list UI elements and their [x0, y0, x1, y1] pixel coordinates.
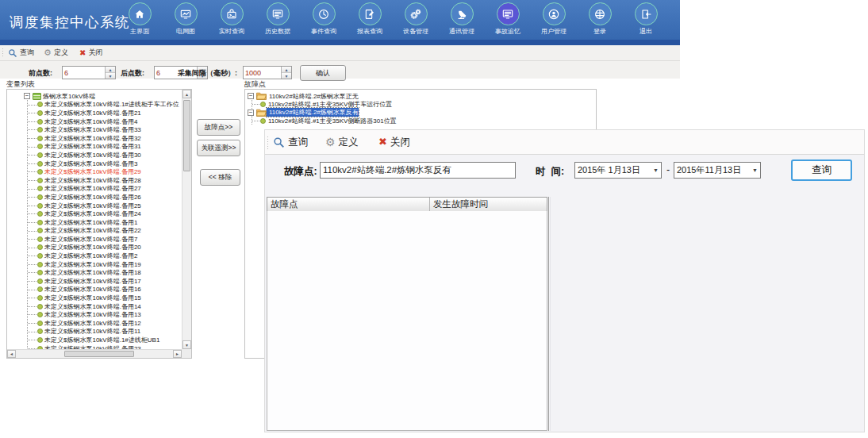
variable-tree-item[interactable]: 未定义$炼钢水泵10kV终端.备用29 — [7, 167, 182, 176]
spin-up-icon[interactable]: ▲ — [106, 67, 115, 72]
collapse-icon[interactable] — [248, 110, 254, 116]
add-fault-point-button[interactable]: 故障点>> — [197, 119, 240, 136]
front-points-input[interactable] — [63, 67, 105, 79]
dialog-query-button[interactable]: 查询 — [273, 134, 308, 150]
spin-down-icon[interactable]: ▼ — [106, 72, 115, 79]
device-management-icon — [409, 8, 422, 21]
fault-group-row[interactable]: 110kv2#站终端.2#炼钢水泵正无 — [245, 92, 594, 100]
nav-item-grid-diagram[interactable]: 电网图 — [163, 2, 209, 35]
nav-item-login[interactable]: 登录 — [577, 2, 623, 35]
variable-tree-item[interactable]: 未定义$炼钢水泵10kV终端.备用14 — [7, 302, 182, 311]
column-header-fault-point[interactable]: 故障点 — [267, 198, 429, 211]
gear-icon: ⚙ — [44, 48, 52, 57]
variable-tree-item[interactable]: 未定义$炼钢水泵10kV终端.备用20 — [7, 244, 182, 252]
variable-list-panel: 炼钢水泵10kV终端 未定义$炼钢水泵10kV终端.1#进线柜手车工作位未定义$… — [6, 89, 192, 359]
define-button[interactable]: ⚙ 定义 — [41, 47, 71, 59]
variable-tree-item[interactable]: 未定义$炼钢水泵10kV终端.备用33 — [7, 125, 182, 134]
incident-recall-icon — [501, 8, 514, 21]
vertical-scrollbar[interactable]: ▲ ▼ — [182, 90, 191, 349]
spin-down-icon[interactable]: ▼ — [282, 72, 291, 79]
variable-tree-item[interactable]: 未定义$炼钢水泵10kV终端.备用21 — [7, 109, 182, 117]
variable-tree-item[interactable]: 未定义$炼钢水泵10kV终端.1#进线柜手车工作位 — [7, 101, 182, 110]
horizontal-scrollbar[interactable]: ◄ ► — [7, 349, 182, 358]
variable-tree-item[interactable]: 未定义$炼钢水泵10kV终端.备用4 — [7, 117, 182, 126]
variable-tree-item[interactable]: 未定义$炼钢水泵10kV终端.备用27 — [7, 185, 182, 194]
scrollbar-thumb[interactable] — [183, 100, 190, 171]
variable-tree-item[interactable]: 未定义$炼钢水泵10kV终端.备用3 — [7, 159, 182, 168]
variable-tree-item[interactable]: 未定义$炼钢水泵10kV终端.备用13 — [7, 310, 182, 319]
fault-group-row[interactable]: 110kv2#站终端.2#炼钢水泵反有 — [245, 109, 594, 117]
variable-tree-item[interactable]: 未定义$炼钢水泵10kV终端.备用15 — [7, 294, 182, 302]
chevron-down-icon: ▼ — [752, 167, 758, 173]
variable-dot-icon — [37, 244, 43, 250]
variable-dot-icon — [37, 119, 43, 125]
interval-stepper[interactable]: ▲▼ — [243, 66, 292, 79]
variable-dot-icon — [37, 270, 43, 275]
variable-tree-item[interactable]: 未定义$炼钢水泵10kV终端.备用18 — [7, 268, 182, 277]
scrollbar-thumb[interactable] — [64, 351, 134, 357]
variable-tree-item[interactable]: 未定义$炼钢水泵10kV终端.备用12 — [7, 319, 182, 328]
scroll-down-icon[interactable]: ▼ — [182, 340, 191, 349]
history-data-icon — [271, 8, 284, 21]
gear-icon: ⚙ — [325, 138, 336, 147]
nav-item-history-data[interactable]: 历史数据 — [255, 2, 301, 35]
confirm-button[interactable]: 确认 — [300, 65, 346, 81]
nav-item-communication[interactable]: 通讯管理 — [439, 2, 485, 35]
nav-item-report-query[interactable]: 报表查询 — [347, 2, 393, 35]
spin-up-icon[interactable]: ▲ — [282, 67, 291, 72]
nav-item-incident-recall[interactable]: 事故追忆 — [485, 2, 531, 35]
variable-tree-item[interactable]: 未定义$炼钢水泵10kV终端.备用2 — [7, 252, 182, 260]
variable-tree-item[interactable]: 未定义$炼钢水泵10kV终端.备用22 — [7, 227, 182, 236]
variable-tree-item[interactable]: 未定义$炼钢水泵10kV终端.备用11 — [7, 328, 182, 336]
nav-item-event-query[interactable]: 事件查询 — [301, 2, 347, 35]
variable-tree-item[interactable]: 未定义$炼钢水泵10kV终端.备用25 — [7, 202, 182, 210]
report-query-icon — [363, 8, 376, 21]
variable-tree-root[interactable]: 炼钢水泵10kV终端 — [7, 92, 182, 101]
dialog-close-button[interactable]: ✖ 关闭 — [378, 134, 410, 150]
variable-tree-item[interactable]: 未定义$炼钢水泵10kV终端.1#进线柜UB1 — [7, 336, 182, 344]
splitter[interactable] — [548, 197, 549, 431]
scroll-left-icon[interactable]: ◄ — [7, 350, 16, 358]
results-table-header: 故障点 发生故障时间 — [267, 197, 547, 212]
nav-item-exit[interactable]: 退出 — [623, 2, 669, 35]
collapse-icon[interactable] — [24, 93, 30, 99]
query-button[interactable]: 查询 — [6, 47, 36, 59]
dialog-define-button[interactable]: ⚙ 定义 — [325, 134, 359, 150]
nav-item-realtime-query[interactable]: 实时查询 — [209, 2, 255, 35]
scroll-right-icon[interactable]: ► — [173, 350, 182, 358]
fault-point-input[interactable] — [320, 162, 516, 179]
folder-icon — [256, 92, 267, 100]
date-to-select[interactable]: 2015年11月13日 ▼ — [674, 162, 761, 179]
variable-tree-item[interactable]: 未定义$炼钢水泵10kV终端.备用32 — [7, 134, 182, 143]
variable-tree-item[interactable]: 未定义$炼钢水泵10kV终端.备用31 — [7, 143, 182, 152]
fault-point-row[interactable]: 110kv2#站终端.#1主变35KV侧断路器301位置 — [245, 117, 594, 125]
variable-tree-item[interactable]: 未定义$炼钢水泵10kV终端.备用19 — [7, 260, 182, 269]
link-telemetry-button[interactable]: 关联遥测>> — [197, 140, 240, 156]
variable-dot-icon — [37, 220, 43, 225]
fault-point-row[interactable]: 110kv2#站终端.#1主变35KV侧手车运行位置 — [245, 100, 594, 108]
front-points-stepper[interactable]: ▲▼ — [62, 66, 116, 79]
variable-tree-item[interactable]: 未定义$炼钢水泵10kV终端.备用28 — [7, 176, 182, 185]
nav-item-user-management[interactable]: 用户管理 — [531, 2, 577, 35]
date-from-select[interactable]: 2015年 1月13日 ▼ — [574, 162, 662, 179]
variable-tree-item[interactable]: 未定义$炼钢水泵10kV终端.备用16 — [7, 286, 182, 294]
variable-tree-item[interactable]: 未定义$炼钢水泵10kV终端.备用30 — [7, 151, 182, 159]
close-button[interactable]: ✖ 关闭 — [77, 47, 105, 59]
screen: 调度集控中心系统 主界面电网图实时查询历史数据事件查询报表查询设备管理通讯管理事… — [0, 0, 868, 438]
variable-tree-item[interactable]: 未定义$炼钢水泵10kV终端.备用17 — [7, 277, 182, 286]
variable-dot-icon — [37, 136, 43, 141]
nav-item-device-management[interactable]: 设备管理 — [393, 2, 439, 35]
scroll-up-icon[interactable]: ▲ — [182, 90, 191, 98]
search-icon — [273, 136, 285, 148]
variable-dot-icon — [37, 337, 43, 343]
variable-tree-item[interactable]: 未定义$炼钢水泵10kV终端.备用1 — [7, 218, 182, 227]
collapse-icon[interactable] — [248, 93, 254, 99]
variable-tree-item[interactable]: 未定义$炼钢水泵10kV终端.备用7 — [7, 235, 182, 244]
interval-input[interactable] — [244, 67, 281, 79]
column-header-fault-time[interactable]: 发生故障时间 — [429, 198, 547, 211]
dialog-search-button[interactable]: 查询 — [791, 159, 852, 181]
variable-tree-item[interactable]: 未定义$炼钢水泵10kV终端.备用24 — [7, 209, 182, 218]
variable-tree-item[interactable]: 未定义$炼钢水泵10kV终端.备用26 — [7, 193, 182, 202]
remove-button[interactable]: << 移除 — [200, 169, 240, 186]
nav-item-home[interactable]: 主界面 — [117, 2, 163, 35]
